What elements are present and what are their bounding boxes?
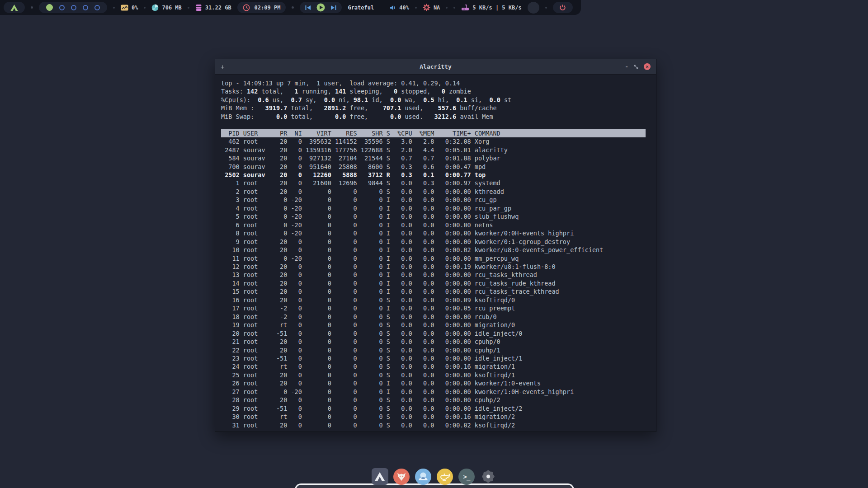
terminal-icon: >_ (458, 469, 475, 485)
workspace-5[interactable] (94, 5, 100, 10)
weather-module[interactable]: NA (423, 4, 440, 11)
tray-circle[interactable] (528, 2, 539, 14)
firefox-icon (393, 469, 410, 485)
separator-dot (144, 7, 146, 9)
weather-gear-icon (423, 4, 430, 11)
process-row: 18 root -2 0 0 0 0 S 0.0 0.0 0:00.00 rcu… (221, 313, 651, 321)
disk-module[interactable]: 31.22 GB (195, 4, 231, 11)
lamp-icon (437, 469, 453, 485)
dock: >_ (0, 468, 868, 485)
process-row: 462 root 20 0 395632 114152 35596 S 3.0 … (221, 137, 651, 145)
dock-item-browser[interactable] (393, 468, 410, 485)
clock-value: 02:09 PM (255, 5, 281, 11)
process-row: 23 root -51 0 0 0 0 S 0.0 0.0 0:00.00 id… (221, 354, 651, 362)
process-row: 10 root 20 0 0 0 0 I 0.0 0.0 0:00.02 kwo… (221, 246, 651, 254)
files-icon (415, 469, 431, 485)
process-row: 8 root 0 -20 0 0 0 I 0.0 0.0 0:00.00 kwo… (221, 229, 651, 237)
power-button[interactable] (553, 2, 573, 13)
network-value: 5 KB/s | 5 KB/s (472, 5, 521, 11)
process-row: 24 root rt 0 0 0 0 S 0.0 0.0 0:00.16 mig… (221, 362, 651, 371)
process-row: 29 root -51 0 0 0 0 S 0.0 0.0 0:00.00 id… (221, 404, 651, 413)
process-row: 2 root 20 0 0 0 0 S 0.0 0.0 0:00.00 kthr… (221, 188, 651, 196)
new-tab-button[interactable]: + (221, 63, 224, 70)
workspace-1[interactable] (46, 4, 53, 11)
process-row: 5 root 0 -20 0 0 0 I 0.0 0.0 0:00.00 slu… (221, 212, 651, 221)
dock-item-files[interactable] (415, 468, 432, 485)
separator-dot (292, 6, 294, 9)
workspace-3[interactable] (71, 5, 76, 10)
process-row: 4 root 0 -20 0 0 0 I 0.0 0.0 0:00.00 rcu… (221, 204, 651, 212)
memory-pie-icon (151, 4, 159, 11)
summary-line: MiB Swap: 0.0 total, 0.0 free, 0.0 used.… (221, 113, 651, 121)
dock-item-settings[interactable] (480, 468, 497, 485)
process-row: 11 root 0 -20 0 0 0 I 0.0 0.0 0:00.00 mm… (221, 254, 651, 263)
arch-launcher-icon (372, 468, 388, 485)
dock-item-terminal[interactable]: >_ (458, 468, 475, 485)
dock-item-lamp[interactable] (437, 468, 453, 485)
network-module[interactable]: 5 KB/s | 5 KB/s (461, 4, 521, 11)
summary-line: Tasks: 142 total, 1 running, 141 sleepin… (221, 87, 651, 95)
workspaces[interactable] (39, 2, 107, 13)
process-row: 26 root 20 0 0 0 0 I 0.0 0.0 0:00.00 kwo… (221, 379, 651, 387)
process-row: 31 root 20 0 0 0 0 S 0.0 0.0 0:00.02 kso… (221, 421, 651, 429)
separator-dot (188, 7, 189, 9)
process-row: 30 root rt 0 0 0 0 S 0.0 0.0 0:00.16 mig… (221, 413, 651, 421)
summary-line: %Cpu(s): 0.6 us, 0.7 sy, 0.0 ni, 98.1 id… (221, 96, 651, 104)
minimize-button[interactable]: - (625, 63, 628, 70)
volume-value: 40% (399, 5, 409, 11)
blank-line (221, 121, 651, 129)
summary-line: top - 14:09:13 up 7 min, 1 user, load av… (221, 79, 651, 87)
terminal-glyph: >_ (463, 473, 470, 480)
arch-logo-icon (10, 4, 19, 11)
separator-dot (545, 7, 547, 9)
process-row: 21 root 20 0 0 0 0 S 0.0 0.0 0:00.00 cpu… (221, 338, 651, 346)
workspace-4[interactable] (83, 5, 88, 10)
launcher-button[interactable] (4, 2, 25, 13)
process-table-header: PID USER PR NI VIRT RES SHR S %CPU %MEM … (221, 129, 646, 137)
process-row: 17 root -2 0 0 0 0 I 0.0 0.0 0:00.05 rcu… (221, 304, 651, 312)
separator-dot (31, 6, 33, 9)
previous-track-icon[interactable] (305, 5, 311, 10)
cpu-graph-icon (121, 5, 128, 11)
close-button[interactable]: × (644, 63, 651, 70)
window-title: Alacritty (215, 63, 656, 70)
dock-item-launcher[interactable] (372, 468, 388, 485)
separator-dot (453, 7, 455, 9)
network-router-icon (461, 4, 469, 11)
separator-dot (415, 7, 417, 9)
process-row: 1 root 20 0 21600 12696 9844 S 0.0 0.3 0… (221, 179, 651, 187)
process-row: 12 root 20 0 0 0 0 I 0.0 0.0 0:00.19 kwo… (221, 263, 651, 271)
terminal-window: + Alacritty - × top - 14:09:13 up 7 min,… (215, 59, 656, 432)
power-icon (559, 4, 566, 11)
process-row: 700 sourav 20 0 951640 25808 8600 S 0.3 … (221, 163, 651, 171)
separator-dot (113, 7, 115, 9)
process-row: 584 sourav 20 0 927132 27104 21544 S 0.7… (221, 154, 651, 162)
settings-gear-icon (480, 469, 496, 485)
maximize-icon[interactable] (634, 65, 638, 69)
separator-dot (446, 7, 448, 9)
cpu-module[interactable]: 0% (121, 5, 138, 11)
play-icon[interactable] (316, 3, 325, 12)
disk-database-icon (195, 4, 202, 11)
song-title[interactable]: Grateful (348, 5, 374, 11)
next-track-icon[interactable] (330, 5, 336, 10)
clock-module[interactable]: 02:09 PM (237, 2, 286, 13)
workspace-2[interactable] (59, 5, 65, 10)
volume-module[interactable]: 40% (390, 5, 409, 11)
terminal-content: top - 14:09:13 up 7 min, 1 user, load av… (215, 75, 656, 429)
titlebar[interactable]: + Alacritty - × (215, 59, 656, 75)
desktop: 0% 706 MB 31.22 GB 02:09 PM (0, 0, 868, 488)
process-row: 25 root 20 0 0 0 0 S 0.0 0.0 0:00.00 kso… (221, 371, 651, 379)
disk-value: 31.22 GB (205, 5, 231, 11)
memory-value: 706 MB (162, 5, 181, 11)
process-row: 15 root 20 0 0 0 0 I 0.0 0.0 0:00.00 rcu… (221, 287, 651, 296)
cpu-value: 0% (132, 5, 138, 11)
speaker-icon (390, 5, 396, 11)
process-row: 3 root 0 -20 0 0 0 I 0.0 0.0 0:00.00 rcu… (221, 196, 651, 204)
clock-icon (243, 4, 250, 11)
process-row: 20 root -51 0 0 0 0 S 0.0 0.0 0:00.00 id… (221, 329, 651, 338)
weather-value: NA (434, 5, 440, 11)
topbar: 0% 706 MB 31.22 GB 02:09 PM (0, 0, 581, 15)
process-row: 6 root 0 -20 0 0 0 I 0.0 0.0 0:00.00 net… (221, 221, 651, 229)
memory-module[interactable]: 706 MB (151, 4, 181, 11)
